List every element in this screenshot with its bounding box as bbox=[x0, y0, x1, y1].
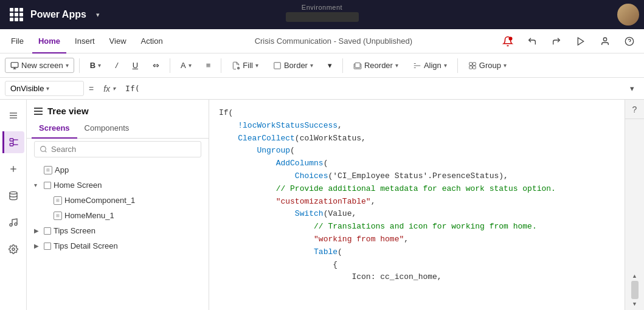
main-layout: Tree view Screens Components ⊞ App ▾ Hom… bbox=[0, 100, 644, 310]
tree-item-homemenu1[interactable]: ⊞ HomeMenu_1 bbox=[39, 208, 206, 223]
user-avatar[interactable] bbox=[617, 4, 639, 26]
svg-point-30 bbox=[10, 224, 12, 226]
screen-icon-tips-detail bbox=[44, 243, 51, 250]
environment-value bbox=[286, 12, 359, 22]
media-icon[interactable] bbox=[2, 212, 24, 233]
fill-button[interactable]: Fill ▾ bbox=[226, 58, 264, 73]
formula-dropdown[interactable]: OnVisible ▾ bbox=[5, 81, 84, 96]
new-screen-chevron: ▾ bbox=[66, 62, 69, 69]
svg-point-33 bbox=[41, 146, 46, 152]
svg-point-31 bbox=[15, 223, 17, 226]
menu-item-insert[interactable]: Insert bbox=[69, 33, 101, 49]
menu-item-home[interactable]: Home bbox=[32, 33, 66, 49]
panel-title: Tree view bbox=[47, 106, 89, 116]
code-line-12: // Translations and icon for working fro… bbox=[219, 221, 615, 233]
settings-icon[interactable] bbox=[2, 238, 24, 260]
formula-expand-button[interactable]: ▾ bbox=[625, 84, 639, 93]
play-button[interactable] bbox=[571, 32, 590, 51]
code-line-10: "customizationTable", bbox=[219, 196, 615, 208]
code-line-6: AddColumns( bbox=[219, 157, 615, 170]
svg-marker-1 bbox=[578, 38, 583, 45]
new-screen-button[interactable]: New screen ▾ bbox=[5, 58, 74, 73]
expand-icon-tips: ▶ bbox=[34, 227, 41, 234]
border-button[interactable]: Border ▾ bbox=[268, 58, 319, 73]
redo-button[interactable] bbox=[547, 32, 566, 51]
comp-icon-hc1: ⊞ bbox=[54, 196, 62, 205]
formula-eq-sign: = bbox=[84, 84, 99, 94]
toolbar: New screen ▾ B▾ / U ⇔ A▾ ≡ Fill ▾ Border… bbox=[0, 53, 644, 78]
code-line-15: { bbox=[219, 259, 615, 272]
formula-input[interactable] bbox=[120, 84, 625, 93]
panel-header: Tree view bbox=[27, 100, 209, 119]
data-icon[interactable] bbox=[2, 185, 24, 207]
toolbar-sep-2 bbox=[170, 58, 170, 73]
italic-button[interactable]: / bbox=[110, 58, 123, 73]
tree-label-homemenu1: HomeMenu_1 bbox=[64, 211, 201, 220]
toolbar-sep-5 bbox=[457, 58, 458, 73]
tree-item-tips-screen[interactable]: ▶ Tips Screen bbox=[29, 223, 206, 238]
menu-bar-center: Crisis Communication - Saved (Unpublishe… bbox=[171, 36, 496, 46]
svg-rect-18 bbox=[473, 66, 476, 69]
title-bar-left: Power Apps ▾ bbox=[0, 8, 134, 21]
left-panel: Tree view Screens Components ⊞ App ▾ Hom… bbox=[27, 100, 209, 310]
svg-point-32 bbox=[12, 248, 15, 250]
group-button[interactable]: Group ▾ bbox=[463, 58, 512, 73]
menu-item-file[interactable]: File bbox=[5, 33, 30, 49]
svg-point-0 bbox=[509, 36, 513, 40]
scrollbar-thumb[interactable] bbox=[631, 281, 639, 299]
underline-button[interactable]: U bbox=[127, 58, 144, 73]
tab-screens[interactable]: Screens bbox=[32, 119, 77, 139]
scroll-up-button[interactable]: ▲ bbox=[631, 272, 639, 280]
app-title-chevron[interactable]: ▾ bbox=[96, 11, 100, 19]
panel-menu-icon[interactable] bbox=[34, 108, 43, 115]
add-icon[interactable] bbox=[2, 158, 24, 180]
bold-button[interactable]: B▾ bbox=[85, 58, 106, 73]
menu-item-action[interactable]: Action bbox=[135, 33, 169, 49]
formula-fx-icon: fx ▾ bbox=[99, 84, 120, 94]
svg-line-34 bbox=[45, 151, 46, 152]
tree-item-homecomp1[interactable]: ⊞ HomeComponent_1 bbox=[39, 193, 206, 208]
dropdown-btn[interactable]: ▾ bbox=[322, 58, 338, 73]
svg-rect-22 bbox=[10, 139, 13, 141]
help-button[interactable] bbox=[620, 32, 639, 51]
search-box[interactable] bbox=[34, 141, 201, 157]
tree-item-tips-detail-screen[interactable]: ▶ Tips Detail Screen bbox=[29, 238, 206, 253]
align-layout-button[interactable]: Align ▾ bbox=[407, 58, 452, 73]
help-side-button[interactable]: ? bbox=[625, 100, 644, 119]
tree-item-home-screen[interactable]: ▾ Home Screen bbox=[29, 177, 206, 193]
user-button[interactable] bbox=[595, 32, 615, 51]
environment-label: Environment bbox=[302, 4, 342, 11]
tab-components[interactable]: Components bbox=[77, 119, 137, 139]
undo-button[interactable] bbox=[522, 32, 542, 51]
waffle-icon[interactable] bbox=[10, 8, 23, 21]
screen-icon-tips bbox=[44, 227, 51, 235]
menu-item-view[interactable]: View bbox=[103, 33, 133, 49]
menu-bar-right bbox=[498, 32, 639, 51]
code-editor[interactable]: If( !locWorkStatusSuccess, ClearCollect(… bbox=[209, 100, 625, 310]
tree-view-icon[interactable] bbox=[2, 131, 24, 153]
reorder-button[interactable]: Reorder ▾ bbox=[348, 58, 404, 73]
comp-icon-hm1: ⊞ bbox=[54, 212, 62, 220]
vert-sidebar bbox=[0, 100, 27, 310]
code-line-2: !locWorkStatusSuccess, bbox=[219, 120, 615, 133]
scroll-down-button[interactable]: ▼ bbox=[631, 300, 639, 308]
svg-point-29 bbox=[10, 191, 17, 194]
code-line-1: If( bbox=[219, 107, 615, 120]
code-line-7: Choices('CI_Employee Status'.PresenceSta… bbox=[219, 170, 615, 183]
formula-bar: OnVisible ▾ = fx ▾ ▾ bbox=[0, 78, 644, 100]
code-line-5: Ungroup( bbox=[219, 145, 615, 157]
toolbar-sep-4 bbox=[342, 58, 343, 73]
font-button[interactable]: A▾ bbox=[175, 58, 197, 73]
strikethrough-button[interactable]: ⇔ bbox=[147, 58, 165, 73]
tree-label-home-screen: Home Screen bbox=[54, 181, 201, 190]
right-panel: ? ▲ ▼ bbox=[625, 100, 644, 310]
search-input[interactable] bbox=[51, 145, 196, 154]
align-button[interactable]: ≡ bbox=[201, 58, 216, 73]
notifications-button[interactable] bbox=[498, 32, 518, 51]
menu-bar: File Home Insert View Action Crisis Comm… bbox=[0, 29, 644, 53]
tree-label-tips-detail-screen: Tips Detail Screen bbox=[54, 241, 201, 250]
formula-dropdown-chevron: ▾ bbox=[46, 85, 49, 92]
hamburger-menu-icon[interactable] bbox=[2, 105, 24, 126]
tree-item-app[interactable]: ⊞ App bbox=[29, 162, 206, 177]
tree-label-tips-screen: Tips Screen bbox=[54, 226, 201, 235]
